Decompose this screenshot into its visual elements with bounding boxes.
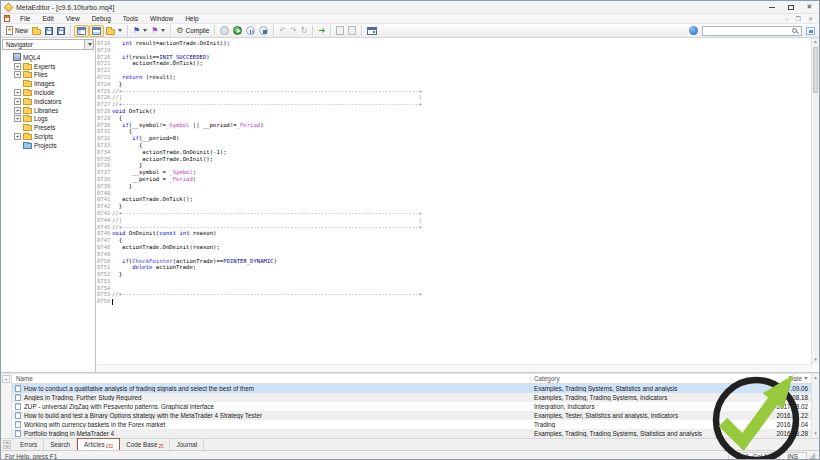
save-all-icon [57,27,65,35]
community-button[interactable] [806,27,815,35]
scroll-down-icon[interactable]: ▼ [812,430,819,438]
open-button[interactable] [30,25,43,37]
scroll-up-icon[interactable]: ▲ [812,374,819,382]
menu-tools[interactable]: Tools [117,14,144,23]
navigator-panel-icon [77,27,86,35]
scroll-up-icon[interactable]: ▲ [812,38,819,46]
save-button[interactable] [43,25,55,37]
article-date: 2017.08.02 [753,403,811,410]
menu-view[interactable]: View [60,14,86,23]
help-icon[interactable] [689,26,698,35]
styler-dropdown[interactable] [104,25,124,37]
sidebar-item-libraries[interactable]: +Libraries [1,106,95,115]
code-line: 0754 [97,285,813,292]
navigator-dropdown[interactable] [84,40,93,49]
document-icon[interactable] [4,15,10,22]
table-row[interactable]: Portfolio trading in MetaTrader 4Example… [12,429,811,438]
sidebar-item-presets[interactable]: Presets [1,123,95,132]
line-number: 0727 [97,101,112,108]
resize-grip[interactable]: ◢ [809,451,819,460]
child-restore-button[interactable]: ❒ [796,16,801,22]
toolbox-scrollbar[interactable]: ▲ ▼ [811,374,819,438]
expand-icon[interactable]: + [14,71,21,78]
minimize-button[interactable] [762,1,781,14]
tab-scroll-buttons[interactable]: ▴▾ [3,440,11,449]
search-in-files-button[interactable] [334,25,346,37]
menu-window[interactable]: Window [144,14,179,23]
tree-spacer [14,80,21,87]
save-all-button[interactable] [55,25,67,37]
menu-edit[interactable]: Edit [36,14,59,23]
expand-icon[interactable]: + [14,115,21,122]
menu-help[interactable]: Help [179,14,204,23]
open-terminal-button[interactable] [365,25,379,37]
sidebar-item-mql4[interactable]: MQL4 [1,53,95,62]
code-text: actionTrade.OnTick(); [112,196,193,203]
tab-journal[interactable]: Journal [170,439,204,450]
table-row[interactable]: Angles in Trading. Further Study Require… [12,393,811,402]
tree-spacer [4,54,11,61]
expand-icon[interactable]: + [14,98,21,105]
tab-errors[interactable]: Errors [14,439,44,450]
table-row[interactable]: How to build and test a Binary Options s… [12,411,811,420]
editor-horizontal-scrollbar[interactable] [97,364,813,372]
profiler-button[interactable] [218,25,231,37]
pause-debug-button[interactable] [244,25,257,37]
child-close-button[interactable]: ✕ [808,16,813,22]
debug-flag-dropdown[interactable]: ⚑ [149,25,167,37]
menu-file[interactable]: File [14,14,36,23]
article-name-cell: Angles in Trading. Further Study Require… [12,394,531,401]
close-button[interactable]: ✕ [800,1,819,14]
search-input[interactable] [703,27,792,35]
sidebar-item-images[interactable]: Images [1,79,95,88]
menu-debug[interactable]: Debug [86,14,117,23]
expand-icon[interactable]: + [14,63,21,70]
maximize-button[interactable] [781,1,800,14]
code-text: if(__symbol!=_Symbol || __period!=_Perio… [112,122,264,129]
column-header-category[interactable]: Category [531,375,753,382]
breakpoints-dropdown[interactable]: ⚑ [131,25,149,37]
toggle-toolbox-button[interactable] [89,25,104,37]
toolbox-menu-button[interactable]: ▾ [2,375,10,383]
column-header-name[interactable]: Name [12,375,531,382]
expand-icon[interactable]: + [14,89,21,96]
sidebar-item-projects[interactable]: Projects [1,141,95,150]
undo-button[interactable]: ↶ [277,25,288,37]
sidebar-item-experts[interactable]: +Experts [1,62,95,71]
code-line: 0755//+---------------------------------… [97,291,813,298]
goto-definition-button[interactable]: ➔ [316,25,327,37]
expand-icon[interactable]: + [14,107,21,114]
article-category: Trading [531,421,753,428]
scroll-thumb[interactable] [813,47,818,93]
code-editor[interactable]: 0718 int result=actionTrade.OnInit();071… [97,38,813,364]
tab-code-base[interactable]: Code Base25 [120,439,170,450]
expand-icon[interactable]: + [14,133,21,140]
child-minimize-button[interactable]: – [785,16,788,22]
refresh-button[interactable]: ↻ [299,25,310,37]
line-number: 0728 [97,108,112,115]
editor-vertical-scrollbar[interactable]: ▲ ▼ [811,38,819,364]
sidebar-item-logs[interactable]: +Logs [1,115,95,124]
sidebar-item-scripts[interactable]: +Scripts [1,132,95,141]
toggle-navigator-button[interactable] [74,25,89,37]
start-debug-button[interactable] [231,25,244,37]
sidebar-item-indicators[interactable]: +Indicators [1,97,95,106]
redo-button[interactable]: ↷ [288,25,299,37]
tab-search[interactable]: Search [44,439,77,450]
scroll-down-icon[interactable]: ▼ [812,356,819,364]
new-button[interactable]: New [4,25,30,37]
table-row[interactable]: Working with currency baskets in the For… [12,420,811,429]
table-header: Name Category Date [12,374,811,384]
article-icon [15,385,21,392]
replace-button[interactable] [346,25,358,37]
table-row[interactable]: How to conduct a qualitative analysis of… [12,384,811,393]
sidebar-item-files[interactable]: +Files [1,71,95,80]
tab-articles[interactable]: Articles232 [77,438,120,450]
stop-debug-button[interactable] [257,25,270,37]
column-header-date[interactable]: Date [753,375,811,382]
compile-button[interactable]: ⚙Compile [174,25,211,37]
sidebar-item-include[interactable]: +Include [1,88,95,97]
table-row[interactable]: ZUP - universal ZigZag with Pesavento pa… [12,402,811,411]
search-icon[interactable] [792,28,797,33]
navigator-header[interactable]: Navigator [2,39,94,50]
